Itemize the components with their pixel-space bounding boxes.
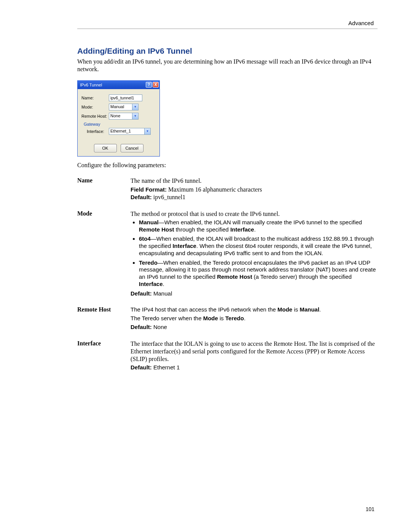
- page-title: Adding/Editing an IPv6 Tunnel: [77, 46, 378, 56]
- mode-bullet-teredo: Teredo—When enabled, the Teredo protocol…: [139, 259, 378, 288]
- header-section: Advanced: [77, 20, 378, 26]
- param-row-remote-host: Remote Host The IPv4 host that can acces…: [77, 306, 378, 331]
- configure-line: Configure the following parameters:: [77, 162, 378, 169]
- param-interface-desc: The interface that the IOLAN is going to…: [131, 340, 378, 363]
- param-interface-default: Default: Ethernet 1: [131, 364, 378, 371]
- param-name-default: Default: ipv6_tunnel1: [131, 193, 378, 201]
- remote-host-line2: The Teredo server when the Mode is Tered…: [131, 315, 378, 322]
- param-label-remote-host: Remote Host: [77, 306, 131, 313]
- header-rule: [77, 29, 378, 29]
- chevron-down-icon: ▼: [144, 128, 150, 134]
- param-row-interface: Interface The interface that the IOLAN i…: [77, 340, 378, 371]
- label-name: Name:: [81, 96, 109, 100]
- label-interface: Interface:: [87, 129, 109, 134]
- intro-paragraph: When you add/edit an IPv6 tunnel, you ar…: [77, 58, 378, 73]
- ipv6-tunnel-dialog: IPv6 Tunnel ? X Name: Mode: Manual ▼: [77, 80, 160, 157]
- interface-select[interactable]: Ethernet_1 ▼: [109, 128, 151, 135]
- ok-button[interactable]: OK: [94, 144, 117, 152]
- mode-select-value: Manual: [109, 104, 132, 110]
- param-remote-host-default: Default: None: [131, 324, 378, 331]
- close-icon[interactable]: X: [153, 82, 159, 88]
- remote-host-select-value: None: [109, 113, 132, 119]
- remote-host-line1: The IPv4 host that can access the IPv6 n…: [131, 306, 378, 313]
- interface-select-value: Ethernet_1: [109, 128, 144, 134]
- param-mode-desc: The method or protocol that is used to c…: [131, 210, 378, 218]
- chevron-down-icon: ▼: [132, 104, 138, 110]
- mode-select[interactable]: Manual ▼: [109, 104, 139, 110]
- label-remote-host: Remote Host:: [81, 114, 109, 118]
- mode-bullet-manual: Manual—When enabled, the IOLAN will manu…: [139, 219, 378, 233]
- chevron-down-icon: ▼: [132, 113, 138, 119]
- param-label-name: Name: [77, 177, 131, 184]
- name-input[interactable]: [109, 94, 142, 101]
- remote-host-select[interactable]: None ▼: [109, 113, 139, 120]
- param-row-mode: Mode The method or protocol that is used…: [77, 210, 378, 297]
- param-name-desc: The name of the IPv6 tunnel.: [131, 177, 378, 185]
- mode-bullet-6to4: 6to4—When enabled, the IOLAN will broadc…: [139, 235, 378, 257]
- param-name-field-format: Field Format: Maximum 16 alphanumeric ch…: [131, 186, 378, 193]
- dialog-titlebar: IPv6 Tunnel ? X: [78, 81, 159, 89]
- help-icon[interactable]: ?: [146, 82, 152, 88]
- param-label-mode: Mode: [77, 210, 131, 217]
- group-gateway-label: Gateway: [84, 122, 156, 126]
- param-mode-default: Default: Manual: [131, 290, 378, 297]
- param-label-interface: Interface: [77, 340, 131, 347]
- label-mode: Mode:: [81, 105, 109, 109]
- cancel-button[interactable]: Cancel: [121, 144, 143, 152]
- param-row-name: Name The name of the IPv6 tunnel. Field …: [77, 177, 378, 201]
- dialog-title: IPv6 Tunnel: [80, 83, 145, 87]
- dialog-body: Name: Mode: Manual ▼ Remote Host: None ▼: [78, 89, 159, 156]
- page-number: 101: [366, 506, 374, 512]
